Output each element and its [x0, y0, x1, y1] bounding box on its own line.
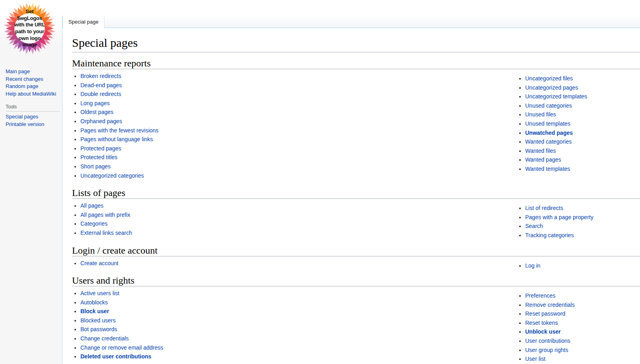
special-page-link-change-credentials[interactable]: Change credentials [80, 335, 129, 342]
special-page-link-log-in[interactable]: Log in [525, 262, 540, 269]
special-page-link-short-pages[interactable]: Short pages [80, 163, 111, 170]
section-heading-maintenance-reports: Maintenance reports [72, 58, 640, 69]
list-item: Unused categories [525, 101, 587, 110]
list-item: Remove credentials [525, 300, 575, 310]
logo-text: Set$wgLogoswith the URLpath to yourown l… [4, 2, 56, 54]
list-item: Log in [525, 261, 540, 270]
sidebar-item-printable-version[interactable]: Printable version [6, 121, 60, 128]
sections-container: Maintenance reportsBroken redirectsDead-… [72, 58, 640, 361]
special-page-link-wanted-templates[interactable]: Wanted templates [525, 166, 570, 172]
list-item: Unwatched pages [525, 128, 587, 138]
sidebar-item-main-page[interactable]: Main page [6, 68, 56, 76]
special-page-link-preferences[interactable]: Preferences [525, 292, 555, 299]
special-page-link-all-pages-with-prefix[interactable]: All pages with prefix [80, 212, 130, 218]
special-page-link-wanted-pages[interactable]: Wanted pages [525, 156, 561, 163]
special-page-link-block-user[interactable]: Block user [80, 308, 109, 314]
special-page-link-unused-files[interactable]: Unused files [525, 111, 556, 118]
special-pages-list-right: PreferencesRemove credentialsReset passw… [517, 291, 575, 364]
special-page-link-deleted-user-contributions[interactable]: Deleted user contributions [80, 353, 151, 360]
section-heading-users-and-rights: Users and rights [72, 275, 640, 286]
section-heading-lists-of-pages: Lists of pages [72, 188, 640, 199]
special-page-link-user-group-rights[interactable]: User group rights [525, 347, 568, 353]
special-page-link-oldest-pages[interactable]: Oldest pages [80, 109, 114, 115]
special-page-link-unblock-user[interactable]: Unblock user [525, 328, 561, 335]
special-page-link-autoblocks[interactable]: Autoblocks [80, 299, 108, 306]
special-page-link-double-redirects[interactable]: Double redirects [80, 91, 121, 97]
list-item: User list [525, 354, 575, 364]
special-page-link-wanted-categories[interactable]: Wanted categories [525, 138, 572, 145]
page-content: Special pages Maintenance reportsBroken … [62, 28, 640, 364]
list-item: Unused templates [525, 119, 587, 128]
list-item: Tracking categories [525, 231, 593, 240]
list-item: Uncategorized templates [525, 92, 587, 101]
sidebar-item-recent-changes[interactable]: Recent changes [6, 76, 56, 83]
special-page-link-remove-credentials[interactable]: Remove credentials [525, 302, 575, 308]
special-page-link-tracking-categories[interactable]: Tracking categories [525, 232, 574, 238]
special-page-link-uncategorized-files[interactable]: Uncategorized files [525, 75, 573, 82]
special-page-link-broken-redirects[interactable]: Broken redirects [80, 73, 121, 79]
special-page-link-pages-without-language-links[interactable]: Pages without language links [80, 136, 153, 142]
special-page-link-bot-passwords[interactable]: Bot passwords [80, 326, 117, 332]
sidebar-item-special-pages[interactable]: Special pages [6, 113, 60, 121]
tab-bar: Special page [62, 16, 640, 28]
sidebar-tools-list: Special pagesPrintable version [6, 113, 60, 128]
special-page-link-reset-tokens[interactable]: Reset tokens [525, 320, 558, 326]
list-item: User group rights [525, 346, 575, 355]
special-page-link-uncategorized-categories[interactable]: Uncategorized categories [80, 172, 144, 179]
list-item: Wanted categories [525, 137, 587, 146]
special-page-link-protected-titles[interactable]: Protected titles [80, 154, 118, 160]
sidebar-nav: Main pageRecent changesRandom pageHelp a… [6, 68, 56, 98]
list-item: Unblock user [525, 327, 575, 336]
special-page-link-unused-templates[interactable]: Unused templates [525, 120, 570, 127]
special-page-link-uncategorized-templates[interactable]: Uncategorized templates [525, 93, 587, 100]
list-item: Create account [80, 259, 640, 268]
list-item: User contributions [525, 336, 575, 346]
special-page-link-all-pages[interactable]: All pages [80, 202, 104, 209]
list-item: Wanted templates [525, 164, 587, 174]
list-item: Pages with a page property [525, 213, 593, 222]
sidebar-item-random-page[interactable]: Random page [6, 83, 56, 90]
list-item: Wanted pages [525, 155, 587, 164]
special-page-link-pages-with-the-fewest-revisions[interactable]: Pages with the fewest revisions [80, 127, 158, 134]
special-page-link-protected-pages[interactable]: Protected pages [80, 145, 121, 152]
special-page-link-pages-with-a-page-property[interactable]: Pages with a page property [525, 214, 593, 220]
special-page-link-create-account[interactable]: Create account [80, 260, 118, 266]
special-page-link-wanted-files[interactable]: Wanted files [525, 148, 556, 154]
section-lists-of-pages: Lists of pagesAll pagesAll pages with pr… [72, 188, 640, 237]
list-item: Unused files [525, 110, 587, 119]
special-page-link-external-links-search[interactable]: External links search [80, 230, 132, 236]
special-page-link-change-or-remove-email-address[interactable]: Change or remove email address [80, 344, 163, 351]
list-item: Reset password [525, 309, 575, 318]
special-pages-list-left: Create account [72, 259, 640, 268]
special-page-link-dead-end-pages[interactable]: Dead-end pages [80, 82, 122, 88]
list-item: Preferences [525, 291, 575, 300]
section-login-create-account: Login / create accountCreate accountLog … [72, 245, 640, 268]
list-item: Wanted files [525, 146, 587, 156]
special-pages-list-right: Log in [517, 261, 540, 270]
special-page-link-active-users-list[interactable]: Active users list [80, 290, 119, 296]
special-page-link-blocked-users[interactable]: Blocked users [80, 317, 116, 324]
special-page-link-uncategorized-pages[interactable]: Uncategorized pages [525, 84, 578, 91]
special-page-link-orphaned-pages[interactable]: Orphaned pages [80, 118, 122, 124]
tab-special-page[interactable]: Special page [62, 16, 104, 28]
section-heading-login-create-account: Login / create account [72, 245, 640, 256]
special-pages-list-right: Uncategorized filesUncategorized pagesUn… [517, 74, 587, 174]
special-page-link-list-of-redirects[interactable]: List of redirects [525, 205, 563, 211]
list-item: List of redirects [525, 204, 593, 213]
list-item: Reset tokens [525, 318, 575, 328]
special-page-link-reset-password[interactable]: Reset password [525, 310, 565, 317]
special-page-link-unused-categories[interactable]: Unused categories [525, 102, 572, 109]
tools-header: Tools [6, 104, 60, 112]
content-area: Special page Special pages Maintenance r… [62, 16, 640, 364]
special-page-link-user-list[interactable]: User list [525, 356, 546, 362]
special-page-link-user-contributions[interactable]: User contributions [525, 338, 570, 344]
sidebar-item-help-about-mediawiki[interactable]: Help about MediaWiki [6, 90, 56, 98]
special-pages-list-right: List of redirectsPages with a page prope… [517, 204, 593, 240]
page-title: Special pages [72, 36, 640, 52]
special-page-link-search[interactable]: Search [525, 223, 543, 229]
special-page-link-long-pages[interactable]: Long pages [80, 100, 110, 106]
wiki-logo[interactable]: Set$wgLogoswith the URLpath to yourown l… [4, 2, 56, 54]
sidebar: Set$wgLogoswith the URLpath to yourown l… [0, 0, 62, 364]
special-page-link-categories[interactable]: Categories [80, 220, 108, 227]
special-page-link-unwatched-pages[interactable]: Unwatched pages [525, 130, 573, 136]
